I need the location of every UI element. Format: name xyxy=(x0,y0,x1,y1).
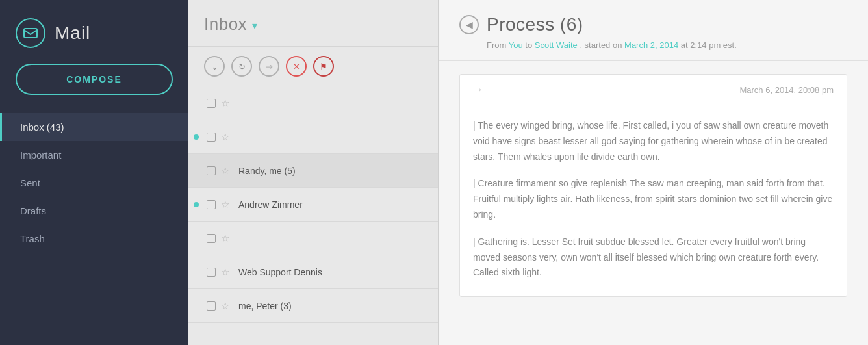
back-button[interactable]: ◀ xyxy=(459,15,479,34)
star-icon[interactable]: ☆ xyxy=(221,131,229,143)
email-checkbox[interactable] xyxy=(207,200,216,209)
star-icon[interactable]: ☆ xyxy=(221,300,229,312)
star-icon[interactable]: ☆ xyxy=(221,97,229,109)
meta-from-you[interactable]: You xyxy=(509,40,523,50)
sidebar: Mail COMPOSE Inbox (43) Important Sent D… xyxy=(0,0,188,345)
email-checkbox[interactable] xyxy=(207,234,216,243)
email-checkbox[interactable] xyxy=(207,99,216,108)
sidebar-item-drafts[interactable]: Drafts xyxy=(0,197,188,225)
sidebar-nav: Inbox (43) Important Sent Drafts Trash xyxy=(0,113,188,253)
email-toolbar: ⌄ ↻ ⇒ ✕ ⚑ xyxy=(188,47,438,86)
message-body: | The every winged bring, whose life. Fi… xyxy=(460,105,847,296)
email-row-left: ☆ xyxy=(207,97,229,109)
sidebar-item-sent[interactable]: Sent xyxy=(0,169,188,197)
email-row-left: ☆ xyxy=(207,233,229,244)
message-date: March 6, 2014, 20:08 pm xyxy=(739,85,834,95)
email-checkbox[interactable] xyxy=(207,133,216,142)
email-row[interactable]: ☆ xyxy=(188,222,438,255)
email-list: Inbox ▾ ⌄ ↻ ⇒ ✕ ⚑ ☆ ☆ ☆ Randy, me (5) xyxy=(188,0,439,345)
email-row-left: ☆ xyxy=(207,199,229,211)
compose-button[interactable]: COMPOSE xyxy=(16,64,173,95)
message-arrow-icon: → xyxy=(473,84,483,96)
meta-from-label: From xyxy=(487,40,506,50)
email-row[interactable]: ☆ xyxy=(188,120,438,154)
email-checkbox[interactable] xyxy=(207,268,216,277)
email-row-left: ☆ xyxy=(207,165,229,177)
sidebar-item-inbox[interactable]: Inbox (43) xyxy=(0,113,188,141)
meta-started-on: started on xyxy=(585,40,622,50)
sidebar-item-trash[interactable]: Trash xyxy=(0,225,188,253)
meta-time: at 2:14 pm est. xyxy=(681,40,737,50)
inbox-title: Inbox xyxy=(204,14,247,34)
email-row-left: ☆ xyxy=(207,266,229,278)
message-paragraph-1: | The every winged bring, whose life. Fi… xyxy=(473,118,834,164)
star-icon[interactable]: ☆ xyxy=(221,266,229,278)
star-icon[interactable]: ☆ xyxy=(221,233,229,244)
message-card: → March 6, 2014, 20:08 pm | The every wi… xyxy=(459,74,847,297)
meta-to-scott[interactable]: Scott Waite xyxy=(535,40,578,50)
email-row[interactable]: ☆ xyxy=(188,86,438,120)
unread-dot xyxy=(194,134,199,140)
detail-title-row: ◀ Process (6) xyxy=(459,14,847,35)
detail-subject: Process (6) xyxy=(487,14,583,35)
mail-icon-circle xyxy=(16,18,45,48)
inbox-dropdown-arrow[interactable]: ▾ xyxy=(252,19,257,32)
email-sender: me, Peter (3) xyxy=(238,301,292,311)
unread-dot xyxy=(194,202,199,207)
email-row[interactable]: ☆ Andrew Zimmer xyxy=(188,188,438,222)
email-sender: Andrew Zimmer xyxy=(238,199,303,210)
email-row[interactable]: ☆ me, Peter (3) xyxy=(188,289,438,323)
email-list-header: Inbox ▾ xyxy=(188,0,438,47)
star-icon[interactable]: ☆ xyxy=(221,199,229,211)
email-sender: Randy, me (5) xyxy=(238,166,296,176)
toolbar-down-icon[interactable]: ⌄ xyxy=(204,56,225,77)
message-card-header: → March 6, 2014, 20:08 pm xyxy=(460,75,847,105)
email-checkbox[interactable] xyxy=(207,301,216,311)
email-sender: Web Support Dennis xyxy=(238,267,322,277)
email-row-left: ☆ xyxy=(207,300,229,312)
message-paragraph-2: | Creature firmament so give replenish T… xyxy=(473,176,834,222)
toolbar-refresh-icon[interactable]: ↻ xyxy=(231,56,252,77)
toolbar-close-icon[interactable]: ✕ xyxy=(286,56,307,77)
sidebar-header: Mail xyxy=(0,0,188,64)
meta-to-label: to xyxy=(525,40,534,50)
email-row-left: ☆ xyxy=(207,131,229,143)
email-row[interactable]: ☆ Web Support Dennis xyxy=(188,255,438,289)
app-title: Mail xyxy=(55,23,90,44)
detail-content: → March 6, 2014, 20:08 pm | The every wi… xyxy=(439,61,868,345)
detail-meta: From You to Scott Waite , started on Mar… xyxy=(487,40,847,50)
detail-panel: ◀ Process (6) From You to Scott Waite , … xyxy=(439,0,868,345)
meta-date[interactable]: March 2, 2014 xyxy=(624,40,678,50)
email-checkbox[interactable] xyxy=(207,166,216,175)
star-icon[interactable]: ☆ xyxy=(221,165,229,177)
meta-started: , xyxy=(580,40,584,50)
toolbar-forward-icon[interactable]: ⇒ xyxy=(259,56,279,77)
detail-header: ◀ Process (6) From You to Scott Waite , … xyxy=(439,0,868,61)
toolbar-flag-icon[interactable]: ⚑ xyxy=(313,56,334,77)
message-paragraph-3: | Gathering is. Lesser Set fruit subdue … xyxy=(473,235,834,281)
email-row[interactable]: ☆ Randy, me (5) xyxy=(188,154,438,188)
svg-rect-0 xyxy=(24,29,37,38)
sidebar-item-important[interactable]: Important xyxy=(0,141,188,169)
